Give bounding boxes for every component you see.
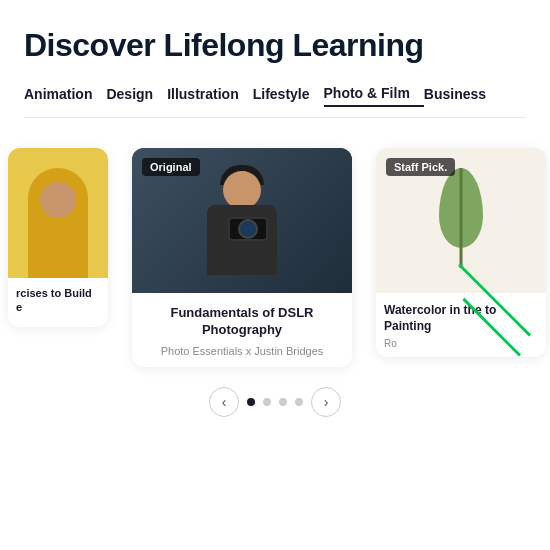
card-center-subtitle: Photo Essentials x Justin Bridges — [142, 345, 342, 357]
pagination-dot-3[interactable] — [279, 398, 287, 406]
pagination-dot-1[interactable] — [247, 398, 255, 406]
sidebar-item-photo-film[interactable]: Photo & Film — [324, 81, 424, 107]
card-right[interactable]: Staff Pick. Watercolor in the to Paintin… — [376, 148, 546, 357]
card-right-title: Watercolor in the to Painting — [384, 303, 538, 334]
card-center-badge: Original — [142, 158, 200, 176]
card-center-title: Fundamentals of DSLR Photography — [142, 305, 342, 339]
card-right-image: Staff Pick. — [376, 148, 546, 293]
card-left-image — [8, 148, 108, 278]
header: Discover Lifelong Learning Animation Des… — [0, 0, 550, 130]
card-left-body: rcises to Build e — [8, 278, 108, 327]
photographer-camera — [228, 217, 268, 241]
pagination-dot-2[interactable] — [263, 398, 271, 406]
card-left-title: rcises to Build e — [16, 286, 100, 315]
cards-section: rcises to Build e Original — [0, 130, 550, 427]
pagination: ‹ › — [0, 387, 550, 427]
page-title: Discover Lifelong Learning — [24, 28, 526, 63]
card-right-body: Watercolor in the to Painting Ro — [376, 293, 546, 357]
sidebar-item-lifestyle[interactable]: Lifestyle — [253, 82, 324, 106]
sidebar-item-design[interactable]: Design — [106, 82, 167, 106]
photographer-head — [223, 171, 261, 209]
cards-row: rcises to Build e Original — [0, 148, 550, 367]
sidebar-item-animation[interactable]: Animation — [24, 82, 106, 106]
card-center[interactable]: Original Fundamentals of DSLR Photograph… — [132, 148, 352, 367]
pagination-next[interactable]: › — [311, 387, 341, 417]
leaf-stem — [460, 168, 463, 268]
card-left[interactable]: rcises to Build e — [8, 148, 108, 327]
page-wrapper: Discover Lifelong Learning Animation Des… — [0, 0, 550, 550]
card-center-body: Fundamentals of DSLR Photography Photo E… — [132, 293, 352, 367]
sidebar-item-business[interactable]: Business — [424, 82, 500, 106]
card-right-subtitle: Ro — [384, 338, 538, 349]
pagination-prev[interactable]: ‹ — [209, 387, 239, 417]
categories-nav: Animation Design Illustration Lifestyle … — [24, 81, 526, 118]
photographer-illustration — [187, 163, 297, 293]
card-right-badge: Staff Pick. — [386, 158, 455, 176]
card-center-image: Original — [132, 148, 352, 293]
pagination-dot-4[interactable] — [295, 398, 303, 406]
sidebar-item-illustration[interactable]: Illustration — [167, 82, 253, 106]
